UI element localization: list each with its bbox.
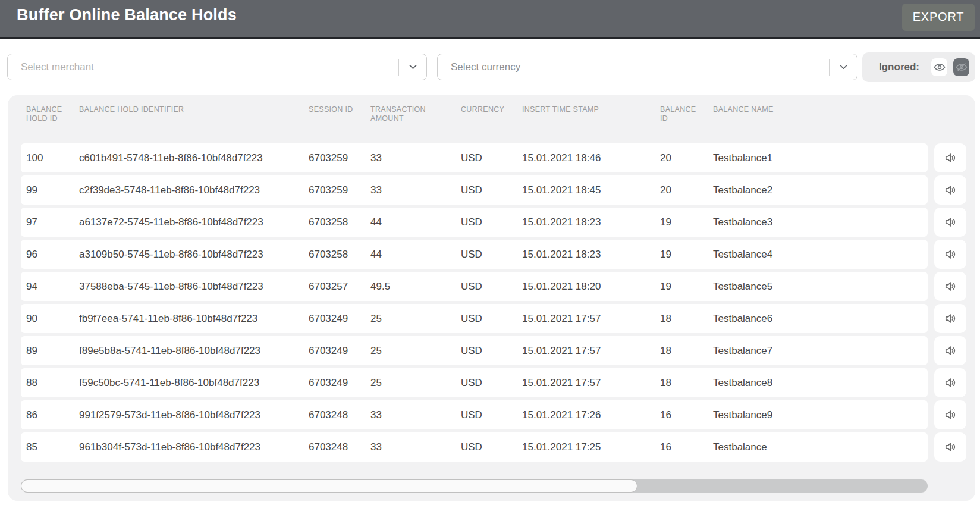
row-sound-button[interactable] — [934, 175, 966, 205]
cell-currency: USD — [461, 249, 522, 261]
cell-balance-hold-identifier: f59c50bc-5741-11eb-8f86-10bf48d7f223 — [79, 377, 309, 389]
page-title: Buffer Online Balance Holds — [17, 6, 237, 24]
merchant-select[interactable]: Select merchant — [7, 54, 427, 80]
ignored-label: Ignored: — [879, 61, 919, 73]
cell-insert-time-stamp: 15.01.2021 18:46 — [522, 152, 660, 164]
cell-balance-hold-id: 97 — [26, 217, 79, 228]
cell-currency: USD — [461, 409, 522, 421]
row-sound-button[interactable] — [934, 400, 966, 429]
cell-balance-id: 20 — [660, 184, 713, 196]
cell-session-id: 6703259 — [309, 152, 370, 164]
table-row-card[interactable]: 89 f89e5b8a-5741-11eb-8f86-10bf48d7f223 … — [21, 336, 928, 365]
merchant-select-placeholder: Select merchant — [8, 61, 398, 73]
cell-session-id: 6703249 — [309, 345, 370, 357]
cell-session-id: 6703249 — [309, 377, 370, 389]
cell-balance-hold-identifier: c2f39de3-5748-11eb-8f86-10bf48d7f223 — [79, 184, 309, 196]
volume-icon — [944, 344, 957, 357]
cell-currency: USD — [461, 152, 522, 164]
volume-icon — [944, 376, 957, 390]
cell-balance-hold-identifier: fb9f7eea-5741-11eb-8f86-10bf48d7f223 — [79, 313, 309, 325]
volume-icon — [944, 247, 957, 261]
cell-balance-id: 18 — [660, 313, 713, 325]
row-sound-button[interactable] — [934, 272, 966, 301]
column-header-balance-hold-identifier: BALANCE HOLD IDENTIFIER — [79, 105, 309, 123]
cell-balance-hold-identifier: 37588eba-5745-11eb-8f86-10bf48d7f223 — [79, 281, 309, 293]
table-row-card[interactable]: 99 c2f39de3-5748-11eb-8f86-10bf48d7f223 … — [21, 175, 928, 205]
cell-currency: USD — [461, 217, 522, 228]
table-row: 89 f89e5b8a-5741-11eb-8f86-10bf48d7f223 … — [21, 336, 966, 365]
table-row: 99 c2f39de3-5748-11eb-8f86-10bf48d7f223 … — [21, 175, 966, 205]
cell-transaction-amount: 44 — [370, 249, 461, 261]
cell-session-id: 6703259 — [309, 184, 370, 196]
row-sound-button[interactable] — [934, 304, 966, 333]
table-row-card[interactable]: 96 a3109b50-5745-11eb-8f86-10bf48d7f223 … — [21, 240, 928, 269]
cell-balance-name: Testbalance6 — [713, 313, 928, 325]
app-header: Buffer Online Balance Holds EXPORT — [0, 0, 980, 39]
cell-balance-name: Testbalance9 — [713, 409, 928, 421]
cell-balance-id: 19 — [660, 217, 713, 228]
column-header-session-id: SESSION ID — [309, 105, 370, 123]
cell-balance-hold-identifier: a6137e72-5745-11eb-8f86-10bf48d7f223 — [79, 217, 309, 228]
cell-transaction-amount: 49.5 — [370, 281, 461, 293]
row-sound-button[interactable] — [934, 240, 966, 269]
row-sound-button[interactable] — [934, 208, 966, 237]
table-row-card[interactable]: 94 37588eba-5745-11eb-8f86-10bf48d7f223 … — [21, 272, 928, 301]
cell-balance-hold-id: 85 — [26, 441, 79, 453]
cell-session-id: 6703248 — [309, 409, 370, 421]
cell-currency: USD — [461, 377, 522, 389]
column-header-balance-name: BALANCE NAME — [713, 105, 928, 123]
cell-balance-hold-identifier: 991f2579-573d-11eb-8f86-10bf48d7f223 — [79, 409, 309, 421]
cell-session-id: 6703249 — [309, 313, 370, 325]
table-row-card[interactable]: 90 fb9f7eea-5741-11eb-8f86-10bf48d7f223 … — [21, 304, 928, 333]
column-header-transaction-amount: TRANSACTION AMOUNT — [370, 105, 461, 123]
column-header-insert-time-stamp: INSERT TIME STAMP — [522, 105, 660, 123]
row-sound-button[interactable] — [934, 336, 966, 365]
cell-insert-time-stamp: 15.01.2021 18:45 — [522, 184, 660, 196]
cell-balance-name: Testbalance8 — [713, 377, 928, 389]
cell-transaction-amount: 33 — [370, 152, 461, 164]
table-row: 88 f59c50bc-5741-11eb-8f86-10bf48d7f223 … — [21, 368, 966, 397]
cell-session-id: 6703248 — [309, 441, 370, 453]
currency-select-placeholder: Select currency — [438, 61, 829, 73]
cell-insert-time-stamp: 15.01.2021 17:57 — [522, 313, 660, 325]
cell-balance-id: 19 — [660, 281, 713, 293]
table-row-card[interactable]: 100 c601b491-5748-11eb-8f86-10bf48d7f223… — [21, 143, 928, 172]
cell-currency: USD — [461, 184, 522, 196]
cell-session-id: 6703257 — [309, 281, 370, 293]
table-row: 97 a6137e72-5745-11eb-8f86-10bf48d7f223 … — [21, 208, 966, 237]
row-sound-button[interactable] — [934, 143, 966, 172]
cell-balance-id: 19 — [660, 249, 713, 261]
scrollbar-thumb[interactable] — [21, 479, 637, 493]
chevron-down-icon[interactable] — [830, 62, 857, 72]
volume-icon — [944, 312, 957, 325]
volume-icon — [944, 215, 957, 229]
cell-balance-id: 16 — [660, 441, 713, 453]
row-sound-button[interactable] — [934, 432, 966, 462]
table-row-card[interactable]: 88 f59c50bc-5741-11eb-8f86-10bf48d7f223 … — [21, 368, 928, 397]
table-row-card[interactable]: 85 961b304f-573d-11eb-8f86-10bf48d7f223 … — [21, 432, 928, 462]
table-row: 90 fb9f7eea-5741-11eb-8f86-10bf48d7f223 … — [21, 304, 966, 333]
table-row: 100 c601b491-5748-11eb-8f86-10bf48d7f223… — [21, 143, 966, 172]
hide-ignored-button[interactable] — [953, 58, 969, 76]
table-row: 96 a3109b50-5745-11eb-8f86-10bf48d7f223 … — [21, 240, 966, 269]
table-row: 85 961b304f-573d-11eb-8f86-10bf48d7f223 … — [21, 432, 966, 462]
cell-balance-hold-identifier: a3109b50-5745-11eb-8f86-10bf48d7f223 — [79, 249, 309, 261]
volume-icon — [944, 151, 957, 165]
export-button[interactable]: EXPORT — [902, 4, 975, 31]
ignored-toggle-group: Ignored: — [862, 52, 975, 82]
currency-select[interactable]: Select currency — [437, 54, 857, 80]
cell-balance-hold-identifier: f89e5b8a-5741-11eb-8f86-10bf48d7f223 — [79, 345, 309, 357]
cell-session-id: 6703258 — [309, 217, 370, 228]
volume-icon — [944, 280, 957, 293]
row-sound-button[interactable] — [934, 368, 966, 397]
cell-insert-time-stamp: 15.01.2021 17:25 — [522, 441, 660, 453]
eye-slash-icon — [955, 61, 968, 74]
cell-transaction-amount: 33 — [370, 409, 461, 421]
horizontal-scrollbar-track[interactable] — [21, 479, 928, 493]
show-ignored-button[interactable] — [931, 58, 947, 76]
table-row-card[interactable]: 97 a6137e72-5745-11eb-8f86-10bf48d7f223 … — [21, 208, 928, 237]
cell-balance-hold-id: 100 — [26, 152, 79, 164]
cell-balance-hold-id: 88 — [26, 377, 79, 389]
chevron-down-icon[interactable] — [399, 62, 426, 72]
table-row-card[interactable]: 86 991f2579-573d-11eb-8f86-10bf48d7f223 … — [21, 400, 928, 429]
